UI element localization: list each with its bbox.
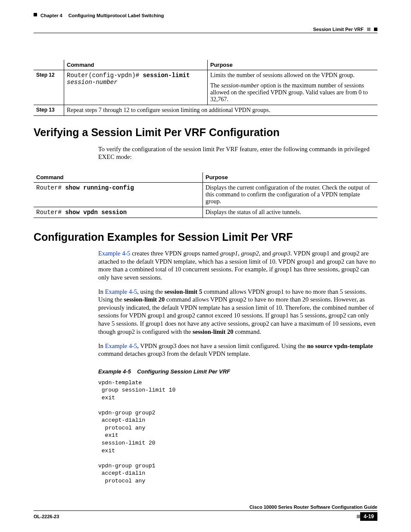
step-label: Step 13 — [34, 105, 64, 116]
table-row: Step 12 Router(config-vpdn)# session-lim… — [34, 70, 377, 105]
purpose-cell: Limits the number of sessions allowed on… — [208, 70, 378, 105]
example-link[interactable]: Example 4-5 — [105, 288, 137, 295]
content: Command Purpose Step 12 Router(config-vp… — [34, 34, 377, 485]
header-marker-icon — [374, 28, 377, 31]
merged-cell: Repeat steps 7 through 12 to configure s… — [64, 105, 378, 116]
body-paragraph: In Example 4-5, VPDN group3 does not hav… — [98, 342, 377, 358]
step-table: Command Purpose Step 12 Router(config-vp… — [34, 60, 377, 116]
table-header: Command — [34, 172, 203, 183]
command-cell: Router(config-vpdn)# session-limit sessi… — [64, 70, 208, 105]
footer-book-title: Cisco 10000 Series Router Software Confi… — [34, 504, 377, 510]
example-link[interactable]: Example 4-5 — [105, 342, 137, 349]
heading-config-examples: Configuration Examples for Session Limit… — [34, 231, 377, 243]
purpose-cell: Displays the current configuration of th… — [203, 182, 378, 207]
heading-verifying: Verifying a Session Limit Per VRF Config… — [34, 126, 377, 139]
purpose-cell: Displays the status of all active tunnel… — [203, 207, 378, 218]
command-cell: Router# show vpdn session — [34, 207, 203, 218]
code-block: vpdn-template group session-limit 10 exi… — [98, 379, 377, 485]
table-row: Step 13 Repeat steps 7 through 12 to con… — [34, 105, 377, 116]
table-header: Command — [64, 60, 208, 70]
page: Chapter 4 Configuring Multiprotocol Labe… — [0, 0, 411, 532]
header-marker-icon — [34, 13, 37, 16]
chapter-title: Configuring Multiprotocol Label Switchin… — [68, 13, 164, 18]
body-paragraph: Example 4-5 creates three VPDN groups na… — [98, 249, 377, 281]
body-paragraph: In Example 4-5, using the session-limit … — [98, 288, 377, 336]
running-header: Chapter 4 Configuring Multiprotocol Labe… — [34, 13, 377, 33]
table-row: Router# show vpdn session Displays the s… — [34, 207, 377, 218]
command-cell: Router# show running-config — [34, 182, 203, 207]
header-marker-icon — [367, 28, 371, 31]
example-link[interactable]: Example 4-5 — [98, 250, 131, 257]
table-header: Purpose — [208, 60, 378, 70]
verify-table: Command Purpose Router# show running-con… — [34, 172, 377, 218]
section-title: Session Limit Per VRF — [313, 27, 364, 32]
example-title: Example 4-5 Configuring Session Limit Pe… — [98, 368, 377, 375]
page-footer: Cisco 10000 Series Router Software Confi… — [34, 504, 377, 521]
body-paragraph: To verify the configuration of the sessi… — [98, 145, 377, 161]
chapter-label: Chapter 4 — [40, 13, 62, 18]
step-label: Step 12 — [34, 70, 64, 105]
table-row: Router# show running-config Displays the… — [34, 182, 377, 207]
page-number: 4-19 — [360, 512, 377, 521]
footer-marker-icon — [357, 515, 360, 518]
footer-doc-id: OL-2226-23 — [34, 514, 59, 519]
table-header: Purpose — [203, 172, 378, 183]
